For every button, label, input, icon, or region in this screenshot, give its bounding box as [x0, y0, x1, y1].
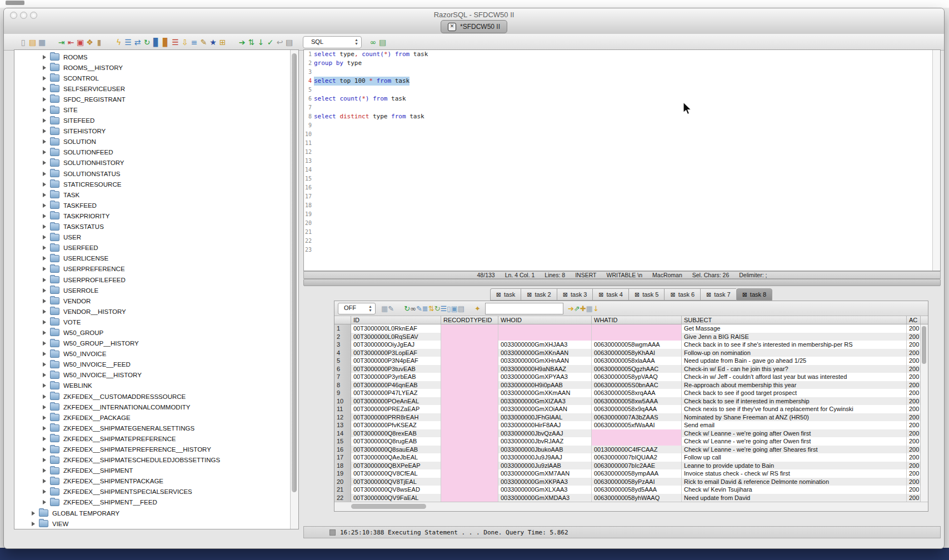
table-cell[interactable]	[592, 437, 682, 446]
tree-item-userlicense[interactable]: USERLICENSE	[14, 253, 291, 264]
table-cell[interactable]: 200	[907, 486, 921, 494]
table-cell[interactable]: 200	[907, 494, 921, 502]
row-number-cell[interactable]: 15	[334, 437, 351, 446]
table-cell[interactable]: 00T3000000QV8TjEAL	[351, 478, 441, 486]
table-cell[interactable]: Need update from Bain - gave go ahead 1/…	[682, 357, 907, 365]
tree-item-zkfedex__shipmatepreference__history[interactable]: ZKFEDEX__SHIPMATEPREFERENCE__HISTORY	[14, 444, 291, 454]
table-cell[interactable]: 00T3000000QAeJbEAL	[351, 453, 441, 462]
grid-vscroll-thumb[interactable]	[922, 326, 926, 364]
table-cell[interactable]: 00T3000000PfvKSEAZ	[351, 421, 441, 429]
grid-download-icon[interactable]: ↓	[593, 304, 599, 313]
disclosure-triangle-icon[interactable]	[43, 203, 46, 208]
row-number-cell[interactable]: 13	[334, 421, 351, 429]
run-forward-icon[interactable]: ➔	[237, 37, 247, 47]
tree-item-zkfedex__internationalcommodity[interactable]: ZKFEDEX__INTERNATIONALCOMMODITY	[14, 402, 291, 412]
tree-item-site[interactable]: SITE	[14, 104, 291, 115]
row-number-cell[interactable]: 12	[334, 413, 351, 422]
table-cell[interactable]	[441, 365, 498, 373]
grid-copy-icon[interactable]: ▣	[451, 304, 457, 313]
table-cell[interactable]: 00630000007A3bZAAS	[592, 413, 682, 422]
tree-item-w50_invoice[interactable]: W50_INVOICE	[14, 349, 291, 359]
table-cell[interactable]: 00T3000000Q8rexEAB	[351, 429, 441, 438]
editor-line[interactable]: 15	[304, 174, 940, 183]
grid-save-icon[interactable]: ▦	[381, 304, 388, 313]
table-cell[interactable]: Rick to email David & reference Delmonte…	[682, 478, 907, 486]
grid-export-icon[interactable]: ⇗	[574, 304, 580, 313]
statement-type-select[interactable]: SQL ▲▼	[303, 36, 362, 48]
table-cell[interactable]	[441, 381, 498, 389]
table-cell[interactable]	[441, 494, 498, 502]
book-orange-icon[interactable]: ▊	[161, 37, 171, 47]
table-cell[interactable]: Check w/ Leanne - we're going after Shea…	[682, 446, 907, 454]
table-cell[interactable]: 00T3000000Q8sauEAB	[351, 446, 441, 454]
tab-close-icon[interactable]: ⊠	[670, 291, 675, 298]
row-number-cell[interactable]: 6	[334, 365, 351, 373]
table-cell[interactable]: Check-in w/ Jeff - couldn't afford last …	[682, 373, 907, 381]
tree-item-user[interactable]: USER	[14, 232, 291, 243]
table-row[interactable]: 1200T3000000PRR8rEAH0033000000JFhGlAAL00…	[334, 413, 928, 422]
favorites-star-icon[interactable]: ★	[208, 37, 218, 47]
table-cell[interactable]: 0033000000HirF8AAJ	[498, 421, 592, 429]
disclosure-triangle-icon[interactable]	[43, 246, 46, 250]
table-cell[interactable]	[441, 478, 498, 486]
table-cell[interactable]: 200	[907, 446, 921, 454]
table-cell[interactable]	[441, 357, 498, 365]
tab-close-icon[interactable]: ✕	[448, 23, 456, 31]
table-cell[interactable]: 0033000000H9i0pAAB	[498, 381, 592, 389]
grid-sort-icon[interactable]: ⇅	[428, 304, 434, 313]
table-row[interactable]: 1300T3000000PfvKSEAZ0033000000HirF8AAJ00…	[334, 421, 928, 429]
table-cell[interactable]: 006300000058yPzAAI	[592, 478, 682, 486]
editor-line[interactable]: 23	[304, 246, 940, 254]
disclosure-triangle-icon[interactable]	[43, 489, 46, 494]
table-cell[interactable]: 0033000000GmXKnAAN	[498, 349, 592, 357]
tree-item-vendor[interactable]: VENDOR	[14, 296, 291, 306]
table-cell[interactable]	[441, 324, 498, 333]
disclosure-triangle-icon[interactable]	[43, 479, 46, 483]
row-number-cell[interactable]: 9	[334, 389, 351, 397]
table-cell[interactable]	[592, 324, 682, 333]
disclosure-triangle-icon[interactable]	[43, 118, 46, 123]
table-row[interactable]: 1600T3000000Q8sauEAB0033000000JbukoAAB00…	[334, 446, 928, 454]
table-cell[interactable]: 200	[907, 324, 921, 333]
row-number-cell[interactable]: 19	[334, 469, 351, 478]
disclosure-triangle-icon[interactable]	[43, 97, 46, 102]
row-number-cell[interactable]: 20	[334, 478, 351, 486]
table-cell[interactable]: 0033000000GmXHJAA3	[498, 341, 592, 349]
table-cell[interactable]: 006300000058ypVAAQ	[592, 373, 682, 381]
checklist-icon[interactable]: ☰	[123, 37, 133, 47]
table-cell[interactable]: Follow-up on nomination	[682, 349, 907, 357]
tree-item-scontrol[interactable]: SCONTROL	[14, 73, 291, 83]
table-cell[interactable]: 00630000005S0bnAAC	[592, 381, 682, 389]
editor-line[interactable]: 14	[304, 166, 940, 174]
table-cell[interactable]: 200	[907, 405, 921, 413]
disclosure-triangle-icon[interactable]	[43, 66, 46, 70]
book-blue-icon[interactable]: ▊	[152, 37, 161, 47]
result-tab-task-4[interactable]: ⊠task 4	[592, 288, 628, 301]
table-cell[interactable]: 0033000000GmXOiAAN	[498, 405, 592, 413]
table-row[interactable]: 1500T3000000Q8rugEAB0033000000JbvRJAAZCh…	[334, 437, 928, 446]
result-tab-task-5[interactable]: ⊠task 5	[628, 288, 665, 301]
list-red-icon[interactable]: ☰	[171, 37, 180, 47]
database-icon[interactable]: ▮	[94, 37, 104, 47]
row-number-cell[interactable]: 7	[334, 373, 351, 381]
editor-line[interactable]: 18	[304, 201, 940, 210]
row-number-cell[interactable]: 5	[334, 357, 351, 365]
column-header-whatid[interactable]: WHATID	[592, 316, 682, 324]
table-cell[interactable]: 0033000000GmXIZAA3	[498, 397, 592, 406]
disclosure-triangle-icon[interactable]	[43, 108, 46, 112]
table-cell[interactable]: 00T3000000PREZaEAP	[351, 405, 441, 413]
editor-line[interactable]: 16	[304, 183, 940, 192]
tab-close-icon[interactable]: ⊠	[496, 291, 501, 298]
editor-horizontal-scrollbar[interactable]	[303, 279, 941, 286]
tree-item-w50_group[interactable]: W50_GROUP	[14, 327, 291, 338]
tree-scrollbar-thumb[interactable]	[292, 53, 297, 492]
table-cell[interactable]: 00T3000000L0RknEAF	[351, 324, 441, 333]
tab-close-icon[interactable]: ⊠	[635, 291, 640, 298]
spectacles-icon[interactable]: ∞	[368, 37, 378, 47]
undo-icon[interactable]: ↩	[275, 37, 284, 47]
grid-save-all-icon[interactable]: ▦	[586, 304, 593, 313]
disclosure-triangle-icon[interactable]	[43, 150, 46, 154]
table-cell[interactable]: 0033000000JbvRJAAZ	[498, 437, 592, 446]
table-cell[interactable]: 00T3000000QV9FaEAL	[351, 494, 441, 502]
column-header-ac[interactable]: AC	[907, 316, 921, 324]
